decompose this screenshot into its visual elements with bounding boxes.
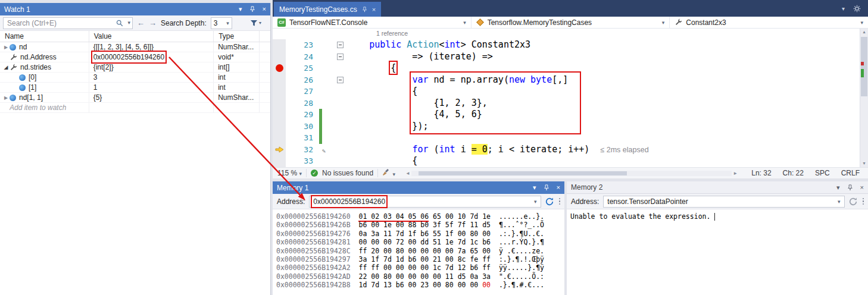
search-depth-select[interactable]: 3 ▾: [211, 17, 232, 29]
issues-status[interactable]: No issues found: [322, 169, 373, 177]
watch-row[interactable]: ▶nd {[[1, 2, 3], [4, 5, 6]]} NumShar...: [0, 42, 270, 52]
code-line[interactable]: 30 });: [273, 121, 860, 133]
scroll-up-icon[interactable]: ▴: [860, 29, 868, 36]
tab-list-icon[interactable]: ▾: [842, 5, 845, 12]
window-position-icon[interactable]: ▾: [533, 184, 536, 191]
column-header-name[interactable]: Name: [0, 31, 89, 42]
glyph-margin[interactable]: [273, 109, 286, 121]
window-position-icon[interactable]: ▾: [239, 6, 242, 12]
glyph-margin[interactable]: [273, 155, 286, 167]
outline-collapse-icon[interactable]: [337, 54, 344, 60]
column-indicator[interactable]: Ch: 22: [779, 169, 807, 177]
memory-row[interactable]: 0x000002556B1942A2 ff ff 00 00 00 00 1c …: [276, 263, 564, 272]
pin-icon[interactable]: [249, 6, 255, 12]
refresh-icon[interactable]: [545, 197, 554, 206]
pin-icon[interactable]: [847, 184, 853, 191]
memory-row[interactable]: 0x000002556B1942AD 22 00 80 00 00 00 00 …: [276, 272, 564, 281]
memory-row[interactable]: 0x000002556B194276 0a 3a 11 7d 1f b6 55 …: [276, 230, 564, 238]
editor-vertical-scrollbar[interactable]: ▴ ▾: [860, 29, 868, 167]
memory2-titlebar[interactable]: Memory 2 ▾ ×: [567, 181, 868, 194]
toolbar-overflow-icon[interactable]: [863, 198, 864, 205]
watch-row[interactable]: [0] 3 int: [0, 73, 270, 83]
tab-memorytestingcases[interactable]: MemoryTestingCases.cs ×: [274, 2, 381, 17]
watch-row[interactable]: Add item to watch: [0, 103, 270, 113]
scrollbar-thumb[interactable]: [419, 171, 627, 175]
breakpoint-icon[interactable]: [276, 64, 283, 72]
zoom-control[interactable]: 115 % ▾: [277, 169, 302, 177]
editor-horizontal-scrollbar[interactable]: ◄ ►: [405, 171, 738, 176]
watch-row[interactable]: ▶nd[1, 1] {5} NumShar...: [0, 93, 270, 103]
code-line[interactable]: 23 public Action<int> Constant2x3: [273, 39, 860, 51]
code-editor[interactable]: 1 reference 23 public Action<int> Consta…: [273, 29, 860, 167]
glyph-margin[interactable]: [273, 132, 286, 144]
health-check-icon[interactable]: ✓: [311, 170, 318, 177]
member-dropdown[interactable]: Constant2x3 ▾: [670, 17, 868, 28]
column-header-value[interactable]: Value: [89, 31, 214, 42]
code-line[interactable]: 28 {1, 2, 3},: [273, 98, 860, 109]
memory2-message-area[interactable]: Unable to evaluate the expression.: [567, 209, 868, 221]
memory-row[interactable]: 0x000002556B1942B8 1d 7d 13 b6 00 23 00 …: [276, 281, 564, 289]
watch-value[interactable]: [89, 103, 214, 112]
search-prev-icon[interactable]: ←: [137, 19, 145, 27]
close-icon[interactable]: ×: [860, 184, 864, 191]
scroll-down-icon[interactable]: ▾: [860, 160, 868, 167]
code-line[interactable]: 32✎ for (int i = 0; i < iterate; i++)≤ 2…: [273, 144, 860, 156]
watch-row[interactable]: nd.Address 0x000002556b194260 void*: [0, 52, 270, 62]
glyph-margin[interactable]: [273, 121, 286, 133]
scroll-left-icon[interactable]: ◄: [405, 171, 410, 176]
close-icon[interactable]: ×: [557, 184, 560, 191]
code-line[interactable]: 26 var nd = np.array(new byte[,]: [273, 74, 860, 86]
memory1-dump[interactable]: 0x000002556B194260 01 02 03 04 05 06 65 …: [273, 209, 564, 290]
project-dropdown[interactable]: C# TensorFlowNET.Console ▾: [273, 17, 472, 28]
scrollbar-thumb[interactable]: [861, 37, 867, 96]
watch-value[interactable]: 0x000002556b194260: [89, 52, 214, 62]
search-next-icon[interactable]: →: [149, 19, 157, 27]
expander-expanded-icon[interactable]: ◢: [2, 64, 10, 70]
space-mode-indicator[interactable]: SPC: [811, 169, 833, 177]
pin-icon[interactable]: [544, 184, 549, 191]
memory2-address-value[interactable]: tensor.TensorDataPointer: [607, 197, 688, 206]
code-line[interactable]: 24 => (iterate) =>: [273, 51, 860, 63]
tab-pin-icon[interactable]: [362, 7, 367, 12]
watch-value[interactable]: 1: [89, 83, 214, 92]
watch-titlebar[interactable]: Watch 1 ▾ ×: [0, 3, 270, 15]
glyph-margin[interactable]: [273, 39, 286, 51]
watch-value[interactable]: {[[1, 2, 3], [4, 5, 6]]}: [89, 42, 214, 52]
filter-button[interactable]: ▾: [250, 20, 261, 27]
memory-row[interactable]: 0x000002556B19426B b6 00 1e 00 88 b0 3f …: [276, 221, 564, 229]
watch-row[interactable]: [1] 1 int: [0, 83, 270, 93]
outline-collapse-icon[interactable]: [337, 42, 344, 48]
glyph-margin[interactable]: [273, 144, 286, 156]
line-ending-indicator[interactable]: CRLF: [838, 169, 863, 177]
outline-collapse-icon[interactable]: [337, 77, 344, 83]
type-dropdown[interactable]: Tensorflow.MemoryTestingCases ▾: [472, 17, 670, 28]
column-header-type[interactable]: Type: [214, 31, 260, 42]
memory1-address-combo[interactable]: 0x000002556B194260 ▾: [309, 196, 541, 208]
expander-collapsed-icon[interactable]: ▶: [2, 95, 10, 101]
code-line[interactable]: 33 {: [273, 155, 860, 167]
glyph-margin[interactable]: [273, 51, 286, 63]
window-position-icon[interactable]: ▾: [836, 184, 840, 191]
memory1-titlebar[interactable]: Memory 1 ▾ ×: [273, 181, 564, 194]
code-line[interactable]: 31: [273, 132, 860, 144]
watch-row[interactable]: ◢nd.strides {int[2]} int[]: [0, 62, 270, 73]
code-cleanup-button[interactable]: ▾: [382, 168, 395, 178]
memory-row[interactable]: 0x000002556B194297 3a 1f 7d 1d b6 00 21 …: [276, 255, 564, 263]
code-line[interactable]: 27 {: [273, 86, 860, 98]
line-indicator[interactable]: Ln: 32: [748, 169, 775, 177]
glyph-margin[interactable]: [273, 86, 286, 98]
glyph-margin[interactable]: [273, 98, 286, 109]
memory2-address-combo[interactable]: tensor.TensorDataPointer ▾: [603, 196, 844, 208]
glyph-margin[interactable]: [273, 62, 286, 74]
watch-value[interactable]: {int[2]}: [89, 62, 214, 72]
close-icon[interactable]: ×: [263, 6, 266, 12]
tab-close-icon[interactable]: ×: [372, 6, 376, 13]
scroll-right-icon[interactable]: ►: [733, 171, 738, 176]
search-options-icon[interactable]: ▾: [127, 20, 130, 26]
watch-value[interactable]: 3: [89, 73, 214, 82]
memory1-address-value[interactable]: 0x000002556B194260: [313, 197, 385, 206]
expander-collapsed-icon[interactable]: ▶: [2, 45, 10, 50]
watch-value[interactable]: {5}: [89, 93, 214, 102]
code-line[interactable]: 25 {: [273, 62, 860, 74]
memory-row[interactable]: 0x000002556B194260 01 02 03 04 05 06 65 …: [276, 212, 564, 221]
